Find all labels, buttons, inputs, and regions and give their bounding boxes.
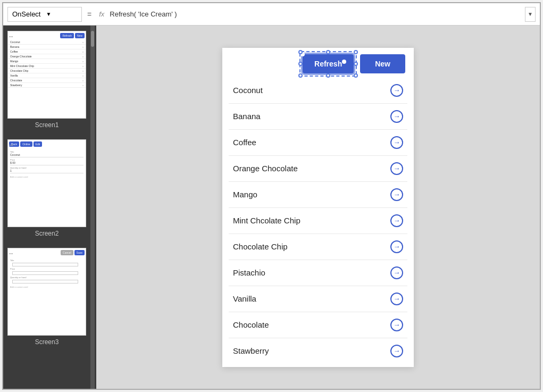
list-item-text-0: Coconut	[233, 86, 263, 95]
s1-new-btn: New	[75, 33, 85, 38]
list-item-text-7: Pistachio	[233, 268, 265, 277]
screen1-preview: ••• Refresh New Coconut Banana Coffee Or…	[7, 31, 86, 119]
s1-item-3: Coffee	[8, 49, 86, 54]
canvas-area[interactable]: Refresh New	[96, 26, 540, 389]
list-item-arrow-10[interactable]: →	[390, 345, 403, 357]
screen2-thumb[interactable]: ••• Back Online Edit Title Coconut Price…	[7, 139, 86, 239]
list-item-arrow-4[interactable]: →	[390, 188, 403, 201]
list-item-1[interactable]: Banana →	[229, 104, 407, 130]
list-item-arrow-3[interactable]: →	[390, 162, 403, 175]
s3-content: Title Price Quantity on hand Add a custo…	[8, 257, 86, 289]
list-item-4[interactable]: Mango →	[229, 182, 407, 208]
s2-online-btn: Online	[20, 141, 32, 147]
list-item-0[interactable]: Coconut →	[229, 78, 407, 104]
screen3-dots[interactable]: •••	[9, 252, 13, 255]
list-item-arrow-1[interactable]: →	[390, 110, 403, 123]
list-item-text-3: Orange Chocolate	[233, 164, 298, 173]
list-item-8[interactable]: Vanilla →	[229, 286, 407, 312]
list-container: Coconut → Banana → Coffee → Orange Choco…	[222, 78, 414, 367]
list-item-arrow-5[interactable]: →	[390, 214, 403, 227]
formula-dropdown-value: OnSelect	[12, 10, 40, 18]
list-item-10[interactable]: Stawberry →	[229, 338, 407, 364]
list-item-text-1: Banana	[233, 112, 261, 121]
s1-item-7: Chocolate Chip	[8, 69, 86, 73]
fx-label: fx	[97, 10, 106, 18]
handle-bl[interactable]	[298, 73, 303, 78]
handle-bm[interactable]	[326, 73, 330, 78]
s1-item-2: Banana	[8, 45, 86, 49]
list-item-9[interactable]: Chocolate →	[229, 312, 407, 338]
s1-item-4: Orange Chocolate	[8, 54, 86, 59]
new-button[interactable]: New	[360, 54, 405, 73]
s2-edit-btn: Edit	[34, 141, 43, 147]
s1-item-9: Chocolate	[8, 78, 86, 83]
formula-dropdown[interactable]: OnSelect ▼	[7, 7, 82, 22]
sidebar-scrollbar-thumb	[91, 31, 94, 47]
s3-cancel-btn: Cancel	[61, 250, 73, 255]
refresh-button-container: Refresh	[303, 54, 354, 73]
list-item-text-9: Chocolate	[233, 320, 269, 329]
app-shell: OnSelect ▼ = fx ▼ ••• Refresh New	[2, 2, 541, 390]
list-item-arrow-8[interactable]: →	[390, 293, 403, 305]
s1-item-5: Mango	[8, 59, 86, 64]
screen2-dots[interactable]: •••	[9, 143, 13, 147]
screen1-dots[interactable]: •••	[9, 35, 13, 38]
list-item-text-6: Chocolate Chip	[233, 242, 288, 251]
app-preview: Refresh New	[222, 48, 414, 367]
list-item-7[interactable]: Pistachio →	[229, 260, 407, 286]
list-item-arrow-6[interactable]: →	[390, 240, 403, 253]
app-header: Refresh New	[222, 48, 414, 78]
list-item-text-4: Mango	[233, 190, 257, 199]
handle-mr[interactable]	[354, 62, 358, 66]
list-item-arrow-9[interactable]: →	[390, 319, 403, 331]
main-area: ••• Refresh New Coconut Banana Coffee Or…	[3, 26, 540, 389]
list-item-text-2: Coffee	[233, 138, 256, 147]
chevron-down-icon: ▼	[46, 11, 51, 17]
s3-save-btn: Save	[74, 250, 85, 255]
list-item-text-10: Stawberry	[233, 346, 269, 355]
screen3-label: Screen3	[7, 338, 86, 348]
screen1-label: Screen1	[7, 121, 86, 131]
formula-input[interactable]	[110, 10, 522, 18]
formula-expand-arrow[interactable]: ▼	[525, 7, 536, 22]
list-item-arrow-7[interactable]: →	[390, 266, 403, 279]
refresh-button[interactable]: Refresh	[303, 54, 354, 73]
s1-item-8: Vanilla	[8, 73, 86, 78]
s1-item-6: Mint Chocolate Chip	[8, 64, 86, 69]
list-item-arrow-2[interactable]: →	[390, 136, 403, 149]
s1-item-10: Stawberry	[8, 83, 86, 88]
list-item-text-8: Vanilla	[233, 294, 256, 303]
equals-sign: =	[85, 10, 94, 19]
s2-content: Title Coconut Price $ 00 Quantity on han…	[8, 148, 86, 179]
list-item-text-5: Mint Chcolate Chip	[233, 216, 300, 225]
list-item-2[interactable]: Coffee →	[229, 130, 407, 156]
screen3-thumb[interactable]: ••• Cancel Save Title Price Quantity on …	[7, 248, 86, 348]
s1-item-1: Coconut	[8, 40, 86, 45]
sidebar: ••• Refresh New Coconut Banana Coffee Or…	[3, 26, 96, 389]
list-item-6[interactable]: Chocolate Chip →	[229, 234, 407, 260]
s1-refresh-btn: Refresh	[60, 33, 74, 38]
sidebar-scrollbar[interactable]	[90, 26, 95, 389]
handle-tr[interactable]	[354, 50, 358, 54]
list-item-arrow-0[interactable]: →	[390, 84, 403, 97]
sidebar-scroll: ••• Refresh New Coconut Banana Coffee Or…	[3, 26, 90, 389]
formula-bar: OnSelect ▼ = fx ▼	[3, 3, 540, 26]
screen1-thumb[interactable]: ••• Refresh New Coconut Banana Coffee Or…	[7, 31, 86, 131]
handle-tm[interactable]	[326, 50, 330, 54]
screen2-preview: ••• Back Online Edit Title Coconut Price…	[7, 139, 86, 227]
handle-ml[interactable]	[298, 62, 303, 66]
handle-br[interactable]	[354, 73, 358, 78]
list-item-3[interactable]: Orange Chocolate →	[229, 156, 407, 182]
screen2-label: Screen2	[7, 230, 86, 239]
screen3-preview: ••• Cancel Save Title Price Quantity on …	[7, 248, 86, 336]
list-item-5[interactable]: Mint Chcolate Chip →	[229, 208, 407, 234]
